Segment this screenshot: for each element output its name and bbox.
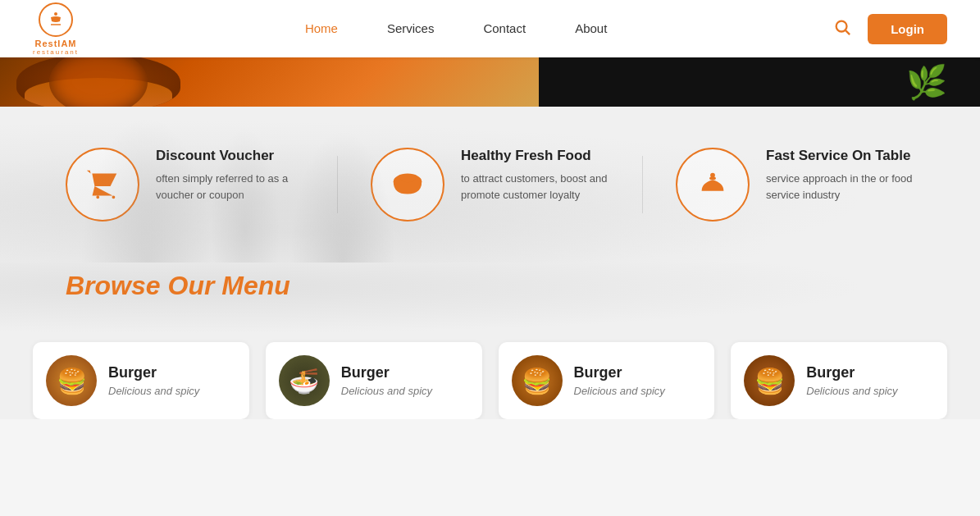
nav-right: Login — [833, 14, 947, 44]
menu-card-name-1: Burger — [341, 364, 432, 381]
nav-link-about[interactable]: About — [575, 21, 607, 35]
service-divider-1 — [337, 156, 338, 213]
menu-card-img-3: 🍔 — [744, 355, 795, 406]
login-button[interactable]: Login — [868, 14, 947, 44]
menu-card-3[interactable]: 🍔 Burger Delicious and spicy — [731, 342, 947, 419]
services-container: Discount Voucher often simply referred t… — [0, 107, 980, 263]
service-desc-discount: often simply referred to as a voucher or… — [156, 171, 304, 203]
hero-strip: 🌿 — [0, 57, 980, 107]
service-item-fast-service: Fast Service On Table service approach i… — [676, 148, 914, 221]
menu-card-info-0: Burger Delicious and spicy — [108, 364, 199, 397]
service-icon-circle-discount — [66, 148, 139, 221]
nav-link-home[interactable]: Home — [305, 21, 338, 35]
service-desc-fast: service approach in the or food service … — [766, 171, 914, 203]
menu-card-1[interactable]: 🍜 Burger Delicious and spicy — [266, 342, 482, 419]
nav-link-services[interactable]: Services — [387, 21, 435, 35]
bowl-icon — [389, 166, 426, 203]
service-text-discount: Discount Voucher often simply referred t… — [156, 148, 304, 203]
navbar: RestIAM restaurant Home Services Contact… — [0, 0, 980, 57]
service-item-discount-voucher: Discount Voucher often simply referred t… — [66, 148, 304, 221]
service-icon-circle-healthy — [371, 148, 444, 221]
nav-item-about[interactable]: About — [575, 21, 607, 36]
menu-card-img-0: 🍔 — [46, 355, 97, 406]
service-text-healthy: Healthy Fresh Food to attract customers,… — [461, 148, 609, 203]
svg-point-1 — [836, 21, 847, 31]
bell-icon — [694, 166, 732, 203]
service-item-healthy-food: Healthy Fresh Food to attract customers,… — [371, 148, 609, 221]
browse-menu-section: Browse Our Menu — [0, 263, 980, 342]
menu-card-info-2: Burger Delicious and spicy — [574, 364, 665, 397]
herb-icon: 🌿 — [906, 66, 947, 98]
logo[interactable]: RestIAM restaurant — [33, 2, 79, 56]
menu-card-name-2: Burger — [574, 364, 665, 381]
menu-card-info-3: Burger Delicious and spicy — [806, 364, 897, 397]
menu-card-desc-3: Delicious and spicy — [806, 385, 897, 397]
search-button[interactable] — [833, 18, 851, 40]
menu-card-desc-2: Delicious and spicy — [574, 385, 665, 397]
menu-card-info-1: Burger Delicious and spicy — [341, 364, 432, 397]
service-desc-healthy: to attract customers, boost and promote … — [461, 171, 609, 203]
nav-item-contact[interactable]: Contact — [483, 21, 526, 36]
hero-strip-left — [0, 57, 539, 107]
menu-card-name-0: Burger — [108, 364, 199, 381]
nav-item-home[interactable]: Home — [305, 21, 338, 36]
service-icon-circle-fast — [676, 148, 750, 221]
menu-card-0[interactable]: 🍔 Burger Delicious and spicy — [33, 342, 249, 419]
svg-point-4 — [399, 175, 415, 183]
service-title-fast: Fast Service On Table — [766, 148, 914, 164]
menu-card-name-3: Burger — [806, 364, 897, 381]
nav-links: Home Services Contact About — [305, 21, 607, 36]
menu-card-2[interactable]: 🍔 Burger Delicious and spicy — [499, 342, 715, 419]
browse-menu-title: Browse Our Menu — [66, 271, 914, 301]
menu-card-desc-1: Delicious and spicy — [341, 385, 432, 397]
nav-link-contact[interactable]: Contact — [483, 21, 526, 35]
menu-card-img-2: 🍔 — [512, 355, 563, 406]
menu-card-desc-0: Delicious and spicy — [108, 385, 199, 397]
cart-icon — [84, 166, 121, 203]
svg-point-6 — [710, 173, 715, 178]
logo-subtitle: restaurant — [33, 48, 79, 56]
service-title-discount: Discount Voucher — [156, 148, 304, 164]
svg-point-0 — [54, 12, 57, 16]
hero-strip-right: 🌿 — [539, 57, 980, 107]
services-section: Discount Voucher often simply referred t… — [0, 107, 980, 263]
service-divider-2 — [642, 156, 643, 213]
menu-card-img-1: 🍜 — [279, 355, 330, 406]
menu-cards-container: 🍔 Burger Delicious and spicy 🍜 Burger De… — [0, 342, 980, 419]
service-title-healthy: Healthy Fresh Food — [461, 148, 609, 164]
nav-item-services[interactable]: Services — [387, 21, 435, 36]
svg-line-2 — [846, 30, 850, 34]
service-text-fast: Fast Service On Table service approach i… — [766, 148, 914, 203]
logo-name: RestIAM — [35, 39, 77, 48]
logo-icon — [39, 2, 73, 37]
